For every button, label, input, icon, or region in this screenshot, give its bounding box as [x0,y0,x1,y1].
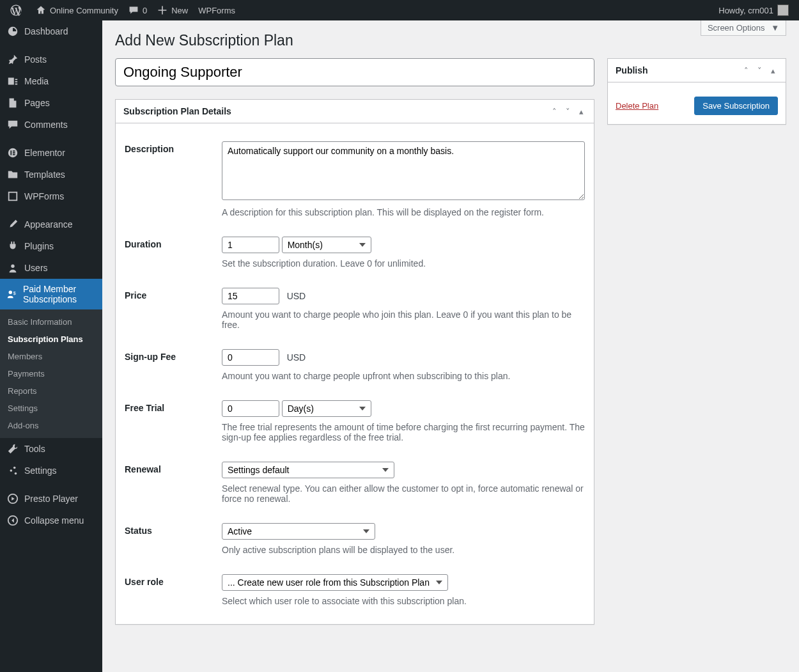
sidebar-item-users[interactable]: Users [0,257,102,279]
elementor-icon [6,147,19,159]
sidebar-item-comments[interactable]: Comments [0,114,102,136]
new-link[interactable]: New [152,0,193,20]
sidebar-item-label: Tools [24,444,45,454]
plan-title-input[interactable] [115,58,594,86]
site-name: Online Community [50,6,118,15]
folder-icon [6,169,19,180]
dashboard-icon [6,26,19,37]
free-trial-unit-select[interactable]: Day(s) [282,400,371,417]
svg-rect-1 [10,150,12,155]
account-link[interactable]: Howdy, crn001 [713,0,794,20]
submenu-settings[interactable]: Settings [0,400,102,417]
user-role-label: User role [125,565,221,615]
sidebar-item-label: Elementor [24,148,65,158]
sidebar-item-collapse[interactable]: Collapse menu [0,510,102,531]
sidebar-item-wpforms[interactable]: WPForms [0,185,102,207]
sidebar-item-pages[interactable]: Pages [0,92,102,114]
wordpress-icon [10,4,22,16]
avatar [777,4,789,16]
move-up-icon[interactable]: ˄ [550,107,559,116]
sidebar-item-appearance[interactable]: Appearance [0,214,102,235]
sidebar-item-media[interactable]: Media [0,70,102,92]
duration-input[interactable] [222,237,279,253]
sidebar-item-settings[interactable]: Settings [0,460,102,481]
sidebar-item-label: Comments [24,120,68,130]
user-role-select[interactable]: ... Create new user role from this Subsc… [222,574,448,591]
wrench-icon [6,443,19,455]
admin-sidebar: Dashboard Posts Media Pages Comments Ele… [0,20,102,672]
comments-count: 0 [143,6,147,15]
duration-unit-select[interactable]: Month(s) [282,237,371,253]
svg-point-9 [13,467,16,469]
sidebar-item-elementor[interactable]: Elementor [0,142,102,164]
admin-toolbar: Online Community 0 New WPForms Howdy, cr… [0,0,799,20]
price-input[interactable] [222,288,279,304]
svg-point-10 [10,469,13,472]
svg-point-11 [15,473,17,475]
sidebar-item-dashboard[interactable]: Dashboard [0,20,102,42]
move-down-icon[interactable]: ˅ [563,107,573,116]
sidebar-item-label: Dashboard [24,26,68,36]
svg-point-7 [9,291,12,294]
brush-icon [6,219,19,230]
comment-icon [6,119,19,130]
submenu-reports[interactable]: Reports [0,382,102,400]
signup-currency: USD [287,352,306,363]
save-subscription-button[interactable]: Save Subscription [694,97,778,115]
site-link[interactable]: Online Community [31,0,123,20]
screen-options-tab[interactable]: Screen Options ▼ [701,20,786,36]
submenu-add-ons[interactable]: Add-ons [0,417,102,434]
sidebar-item-label: Users [24,263,48,273]
duration-label: Duration [125,228,221,277]
sidebar-item-presto-player[interactable]: Presto Player [0,488,102,510]
submenu-payments[interactable]: Payments [0,365,102,382]
move-up-icon[interactable]: ˄ [741,66,751,75]
price-label: Price [125,279,221,339]
svg-point-6 [11,265,14,268]
comments-link[interactable]: 0 [123,0,152,20]
signup-fee-label: Sign-up Fee [125,340,221,390]
submenu-basic-information[interactable]: Basic Information [0,313,102,331]
svg-text:$: $ [13,290,16,296]
submenu-subscription-plans[interactable]: Subscription Plans [0,331,102,348]
wpforms-link[interactable]: WPForms [193,0,240,20]
toggle-icon[interactable]: ▴ [768,66,778,75]
submenu-members[interactable]: Members [0,348,102,365]
description-help: A description for this subscription plan… [222,207,585,217]
sidebar-item-label: Pages [24,98,50,108]
description-label: Description [125,132,221,226]
signup-fee-input[interactable] [222,349,279,366]
delete-plan-link[interactable]: Delete Plan [616,101,658,111]
new-label: New [171,6,188,15]
plan-details-box: Subscription Plan Details ˄ ˅ ▴ Descript… [115,99,594,625]
sidebar-submenu: Basic Information Subscription Plans Mem… [0,309,102,438]
renewal-select[interactable]: Settings default [222,462,394,478]
publish-box: Publish ˄ ˅ ▴ Delete Plan Save Subscript… [607,58,786,125]
description-input[interactable] [222,141,585,200]
sidebar-item-label: Collapse menu [24,515,84,526]
renewal-help: Select renewal type. You can either allo… [222,483,585,504]
toggle-icon[interactable]: ▴ [577,107,586,116]
status-select[interactable]: Active [222,523,375,540]
form-icon [6,191,19,202]
page-icon [6,97,19,109]
media-icon [6,75,19,87]
wpforms-label: WPForms [198,6,235,15]
sidebar-item-label: Paid Member Subscriptions [23,284,96,304]
user-role-help: Select which user role to associate with… [222,596,585,606]
sidebar-item-tools[interactable]: Tools [0,438,102,460]
sidebar-item-paid-member-subscriptions[interactable]: $ Paid Member Subscriptions [0,279,102,309]
sidebar-item-posts[interactable]: Posts [0,49,102,70]
box-title: Subscription Plan Details [123,106,550,116]
free-trial-input[interactable] [222,400,279,417]
sidebar-item-templates[interactable]: Templates [0,164,102,185]
svg-rect-4 [13,154,15,155]
caret-down-icon: ▼ [771,23,779,33]
free-trial-help: The free trial represents the amount of … [222,422,585,442]
sidebar-item-label: Appearance [24,219,73,230]
sidebar-item-label: Plugins [24,241,54,251]
wp-logo[interactable] [5,0,31,20]
svg-rect-3 [13,152,15,153]
move-down-icon[interactable]: ˅ [755,66,764,75]
sidebar-item-plugins[interactable]: Plugins [0,235,102,257]
